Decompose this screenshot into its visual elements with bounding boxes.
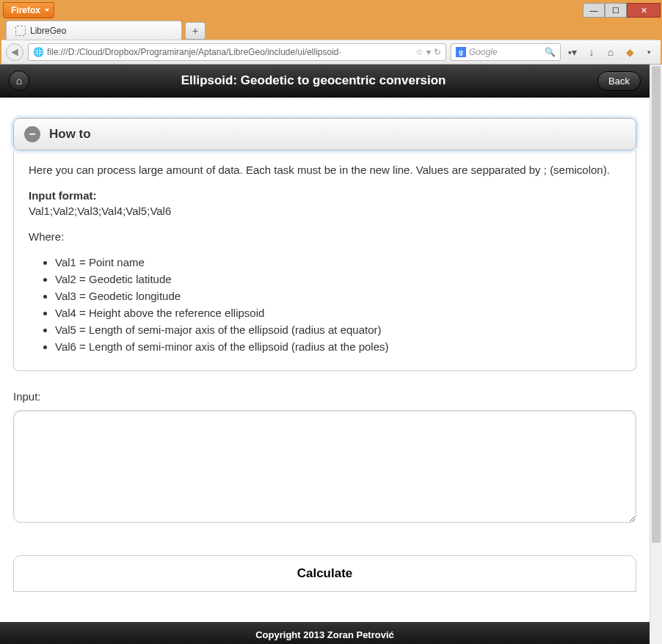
- firefox-menu-button[interactable]: Firefox: [3, 2, 54, 18]
- new-tab-button[interactable]: +: [185, 22, 205, 40]
- where-label: Where:: [29, 229, 621, 244]
- footer: Copyright 2013 Zoran Petrović: [0, 622, 650, 644]
- url-bar[interactable]: 🌐 file:///D:/Cloud/Dropbox/Programiranje…: [28, 43, 446, 61]
- bookmarks-dropdown-icon[interactable]: ▪▾: [565, 45, 580, 59]
- tab-title: LibreGeo: [30, 26, 66, 36]
- home-glyph-icon: ⌂: [16, 75, 22, 87]
- close-button[interactable]: ✕: [627, 3, 661, 18]
- window-chrome: Firefox — ☐ ✕ LibreGeo + ◄ 🌐 file:///D:/…: [0, 0, 662, 65]
- downloads-icon[interactable]: ↓: [584, 45, 599, 59]
- addon-dropdown-icon[interactable]: ▾: [641, 45, 656, 59]
- google-icon: g: [456, 47, 466, 57]
- dropdown-icon[interactable]: ▾: [426, 47, 431, 57]
- search-placeholder: Google: [469, 47, 498, 57]
- list-item: Val2 = Geodetic latitude: [55, 271, 621, 287]
- list-item: Val5 = Length of semi-major axis of the …: [55, 322, 621, 337]
- howto-intro: Here you can process large amount of dat…: [29, 162, 621, 178]
- list-item: Val3 = Geodetic longitude: [55, 288, 621, 304]
- window-controls: — ☐ ✕: [583, 3, 661, 18]
- page-viewport: ⌂ Ellipsoid: Geodetic to geocentric conv…: [0, 65, 662, 644]
- nav-back-button[interactable]: ◄: [6, 43, 23, 61]
- app-back-button[interactable]: Back: [597, 71, 641, 91]
- bookmark-star-icon[interactable]: ☆: [415, 47, 423, 57]
- page-content: ⌂ Ellipsoid: Geodetic to geocentric conv…: [0, 65, 650, 644]
- calculate-button[interactable]: Calculate: [13, 555, 636, 592]
- reload-icon[interactable]: ↻: [434, 47, 441, 57]
- howto-body: Here you can process large amount of dat…: [13, 150, 636, 371]
- title-bar: Firefox — ☐ ✕: [1, 1, 661, 19]
- search-icon[interactable]: 🔍: [545, 47, 556, 57]
- vertical-scrollbar[interactable]: [650, 65, 662, 644]
- scroll-thumb[interactable]: [652, 66, 661, 543]
- minimize-button[interactable]: —: [583, 3, 605, 18]
- maximize-button[interactable]: ☐: [605, 3, 627, 18]
- tab-bar: LibreGeo +: [1, 19, 661, 40]
- format-label: Input format:: [29, 189, 96, 202]
- browser-tab[interactable]: LibreGeo: [6, 21, 182, 40]
- main-area: − How to Here you can process large amou…: [0, 98, 650, 622]
- globe-icon: 🌐: [33, 47, 44, 57]
- list-item: Val6 = Length of semi-minor axis of the …: [55, 339, 621, 354]
- list-item: Val1 = Point name: [55, 255, 621, 270]
- collapse-icon: −: [24, 126, 40, 142]
- search-bar[interactable]: g Google 🔍: [451, 43, 561, 61]
- app-home-button[interactable]: ⌂: [9, 70, 29, 91]
- format-value: Val1;Val2;Val3;Val4;Val5;Val6: [29, 205, 171, 217]
- app-header: ⌂ Ellipsoid: Geodetic to geocentric conv…: [0, 65, 650, 98]
- page-title: Ellipsoid: Geodetic to geocentric conver…: [29, 73, 597, 88]
- addon-icon[interactable]: ◆: [622, 45, 637, 59]
- val-list: Val1 = Point name Val2 = Geodetic latitu…: [55, 255, 621, 354]
- howto-format: Input format: Val1;Val2;Val3;Val4;Val5;V…: [29, 188, 621, 219]
- howto-title: How to: [49, 127, 91, 142]
- input-textarea[interactable]: [13, 410, 636, 523]
- input-label: Input:: [13, 390, 636, 403]
- nav-bar: ◄ 🌐 file:///D:/Cloud/Dropbox/Programiran…: [1, 40, 661, 65]
- tab-favicon: [15, 26, 26, 36]
- list-item: Val4 = Height above the reference ellips…: [55, 305, 621, 321]
- home-icon[interactable]: ⌂: [603, 45, 618, 59]
- url-text: file:///D:/Cloud/Dropbox/Programiranje/A…: [47, 47, 412, 57]
- howto-header[interactable]: − How to: [13, 118, 636, 150]
